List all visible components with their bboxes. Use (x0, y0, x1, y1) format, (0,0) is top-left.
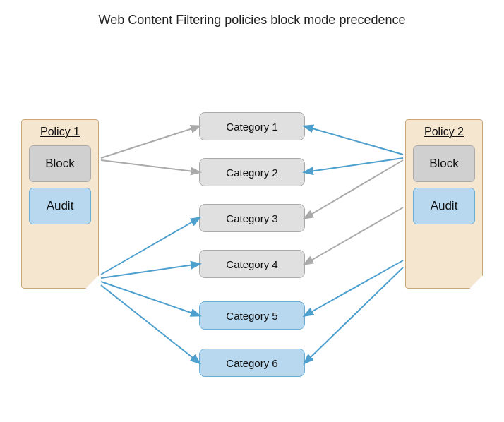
svg-line-7 (101, 285, 199, 363)
svg-line-5 (101, 264, 199, 278)
svg-line-9 (305, 267, 403, 363)
policy2-title: Policy 2 (424, 126, 464, 138)
svg-line-4 (101, 218, 199, 275)
svg-line-1 (101, 160, 199, 172)
svg-line-10 (305, 126, 403, 155)
category-4: Category 4 (199, 250, 305, 278)
svg-line-11 (305, 158, 403, 172)
svg-line-8 (305, 260, 403, 315)
policy2-audit: Audit (413, 188, 475, 224)
category-5: Category 5 (199, 301, 305, 330)
policy1-title: Policy 1 (40, 126, 80, 138)
page-title: Web Content Filtering policies block mod… (0, 0, 504, 35)
policy1-box: Policy 1 Block Audit (21, 119, 99, 289)
svg-line-6 (101, 282, 199, 315)
category-1: Category 1 (199, 112, 305, 140)
category-2: Category 2 (199, 158, 305, 186)
policy1-audit: Audit (29, 188, 91, 224)
svg-line-0 (101, 126, 199, 158)
diagram: Policy 1 Block Audit Policy 2 Block Audi… (0, 35, 504, 416)
svg-line-3 (305, 207, 403, 264)
policy2-block: Block (413, 145, 475, 182)
category-3: Category 3 (199, 204, 305, 232)
policy2-box: Policy 2 Block Audit (405, 119, 483, 289)
policy1-block: Block (29, 145, 91, 182)
category-6: Category 6 (199, 349, 305, 377)
svg-line-2 (305, 160, 403, 218)
